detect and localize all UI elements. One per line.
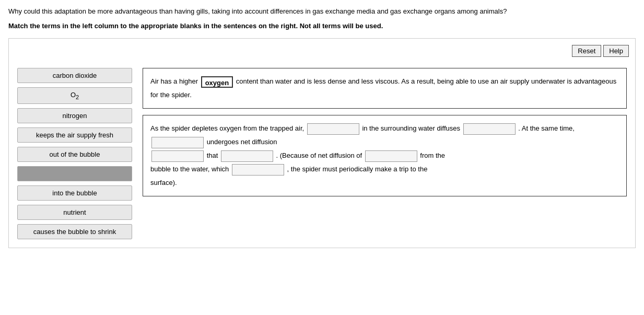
term-out-of-bubble[interactable]: out of the bubble xyxy=(17,147,132,162)
term-keeps-air-fresh[interactable]: keeps the air supply fresh xyxy=(17,127,132,143)
term-nitrogen[interactable]: nitrogen xyxy=(17,108,132,123)
term-o2[interactable]: O2 xyxy=(17,87,132,104)
blank-1[interactable] xyxy=(307,123,359,135)
sentence1-prefix: Air has a higher xyxy=(150,77,200,85)
s2-part1: As the spider depletes oxygen from the t… xyxy=(150,124,304,132)
blank-2[interactable] xyxy=(463,123,516,135)
term-nutrient[interactable]: nutrient xyxy=(17,205,132,220)
s2-part10: surface). xyxy=(150,179,177,186)
term-carbon-dioxide[interactable]: carbon dioxide xyxy=(17,68,132,83)
instructions-text: Match the terms in the left column to th… xyxy=(8,21,636,31)
blank-4[interactable] xyxy=(151,150,204,162)
s2-part8: bubble to the water, which xyxy=(150,165,229,173)
term-into-bubble[interactable]: into the bubble xyxy=(17,185,132,201)
blank-oxygen-filled[interactable]: oxygen xyxy=(201,76,233,88)
sentence-box-2: As the spider depletes oxygen from the t… xyxy=(143,115,627,196)
s2-part9: , the spider must periodically make a tr… xyxy=(287,165,428,173)
sentence-box-1: Air has a higher oxygen content than wat… xyxy=(143,68,627,109)
s2-part6: . (Because of net diffusion of xyxy=(276,151,362,159)
help-button[interactable]: Help xyxy=(603,45,629,57)
blank-3[interactable] xyxy=(151,137,204,148)
s2-part4: undergoes net diffusion xyxy=(207,138,277,146)
s2-part3: . At the same time, xyxy=(518,124,575,132)
s2-part2: in the surrounding water diffuses xyxy=(362,124,460,132)
term-causes-shrink[interactable]: causes the bubble to shrink xyxy=(17,224,132,239)
right-column: Air has a higher oxygen content than wat… xyxy=(143,68,627,239)
main-container: Reset Help carbon dioxide O2 nitrogen ke… xyxy=(8,38,636,248)
s2-part7: from the xyxy=(420,151,445,159)
left-column: carbon dioxide O2 nitrogen keeps the air… xyxy=(17,68,132,239)
blank-6[interactable] xyxy=(365,150,417,162)
s2-part5: that xyxy=(207,151,218,159)
blank-7[interactable] xyxy=(232,164,284,176)
blank-5[interactable] xyxy=(221,150,273,162)
question-text: Why could this adaptation be more advant… xyxy=(8,6,636,17)
reset-button[interactable]: Reset xyxy=(572,45,601,57)
content-area: carbon dioxide O2 nitrogen keeps the air… xyxy=(17,68,627,239)
term-used-blank xyxy=(17,166,132,181)
top-buttons: Reset Help xyxy=(572,45,629,57)
